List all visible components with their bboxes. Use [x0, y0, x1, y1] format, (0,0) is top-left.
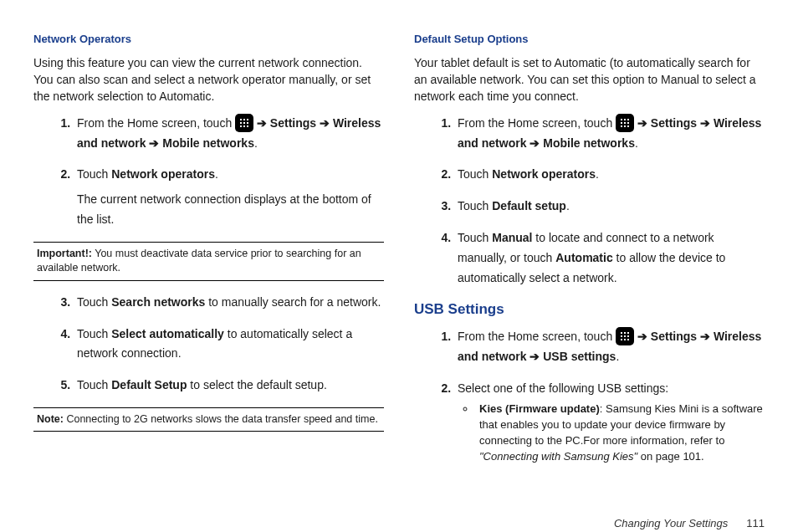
- section-heading-default-setup: Default Setup Options: [414, 32, 765, 48]
- page-columns: Network Operators Using this feature you…: [33, 32, 765, 477]
- step-2: Select one of the following USB settings…: [454, 379, 765, 465]
- page-number: 111: [746, 517, 765, 529]
- intro-paragraph-right: Your tablet default is set to Automatic …: [414, 54, 765, 105]
- important-note: Important!: You must deactivate data ser…: [33, 242, 384, 281]
- usb-options-list: Kies (Firmware update): Samsung Kies Min…: [458, 402, 765, 464]
- apps-icon: [616, 327, 634, 345]
- steps-network-operators: From the Home screen, touch ➔ Settings ➔…: [33, 114, 384, 230]
- apps-icon: [235, 114, 253, 132]
- note-2g: Note: Connecting to 2G networks slows th…: [33, 407, 384, 432]
- steps-usb: From the Home screen, touch ➔ Settings ➔…: [414, 327, 765, 465]
- section-heading-network-operators: Network Operators: [33, 32, 384, 48]
- step-2: Touch Network operators.: [454, 165, 765, 185]
- left-column: Network Operators Using this feature you…: [33, 32, 384, 477]
- page-footer: Changing Your Settings 111: [33, 517, 765, 529]
- step-1: From the Home screen, touch ➔ Settings ➔…: [74, 114, 384, 154]
- step-4: Touch Select automatically to automatica…: [74, 325, 384, 365]
- step-3: Touch Default setup.: [454, 197, 765, 217]
- step-3: Touch Search networks to manually search…: [74, 293, 384, 313]
- intro-paragraph: Using this feature you can view the curr…: [33, 54, 384, 105]
- section-heading-usb-settings: USB Settings: [414, 299, 765, 320]
- step-4: Touch Manual to locate and connect to a …: [454, 228, 765, 288]
- step-1: From the Home screen, touch ➔ Settings ➔…: [454, 114, 765, 154]
- step-2: Touch Network operators. The current net…: [74, 165, 384, 229]
- steps-default-setup: From the Home screen, touch ➔ Settings ➔…: [414, 114, 765, 289]
- footer-title: Changing Your Settings: [614, 517, 728, 529]
- step-5: Touch Default Setup to select the defaul…: [74, 376, 384, 396]
- steps-network-operators-cont: Touch Search networks to manually search…: [33, 293, 384, 396]
- bullet-kies: Kies (Firmware update): Samsung Kies Min…: [476, 402, 765, 464]
- right-column: Default Setup Options Your tablet defaul…: [414, 32, 765, 477]
- apps-icon: [616, 114, 634, 132]
- step-1: From the Home screen, touch ➔ Settings ➔…: [454, 327, 765, 367]
